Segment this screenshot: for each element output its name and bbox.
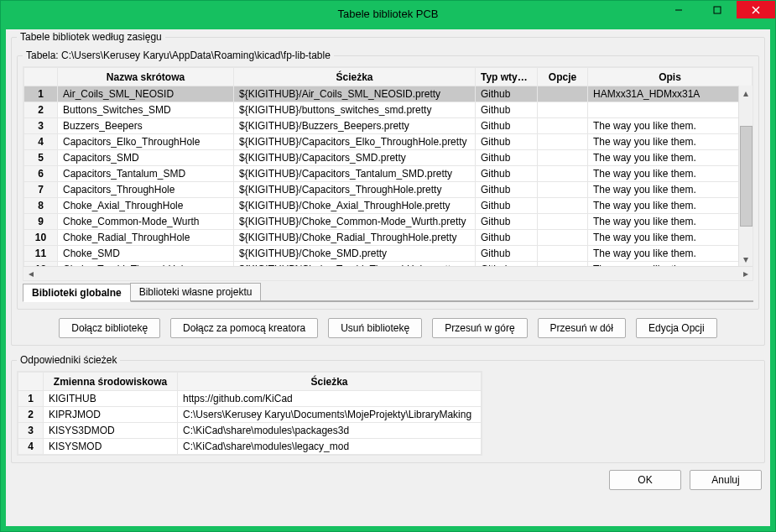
- table-row[interactable]: 2Buttons_Switches_SMD${KIGITHUB}/buttons…: [24, 102, 753, 118]
- cell-plugin[interactable]: Github: [476, 214, 538, 230]
- ok-button[interactable]: OK: [609, 470, 681, 490]
- tab-global[interactable]: Biblioteki globalne: [23, 284, 131, 302]
- cell-plugin[interactable]: Github: [476, 246, 538, 262]
- append-library-button[interactable]: Dołącz bibliotekę: [59, 318, 160, 338]
- cell-path[interactable]: ${KIGITHUB}/Buzzers_Beepers.pretty: [234, 118, 476, 134]
- cell-name[interactable]: Choke_Common-Mode_Wurth: [58, 214, 234, 230]
- cell-opts[interactable]: [538, 86, 588, 102]
- cell-opts[interactable]: [538, 150, 588, 166]
- cell-plugin[interactable]: Github: [476, 230, 538, 246]
- cell-path[interactable]: ${KIGITHUB}/buttons_switches_smd.pretty: [234, 102, 476, 118]
- table-row[interactable]: 10Choke_Radial_ThroughHole${KIGITHUB}/Ch…: [24, 230, 753, 246]
- cell-env-path[interactable]: C:\KiCad\share\modules\legacy_mod: [178, 439, 482, 455]
- cell-name[interactable]: Choke_Radial_ThroughHole: [58, 230, 234, 246]
- cell-plugin[interactable]: Github: [476, 86, 538, 102]
- cell-name[interactable]: Capacitors_SMD: [58, 150, 234, 166]
- cell-path[interactable]: ${KIGITHUB}/Choke_Axial_ThroughHole.pret…: [234, 198, 476, 214]
- cell-path[interactable]: ${KIGITHUB}/Capacitors_ThroughHole.prett…: [234, 182, 476, 198]
- env-header-var[interactable]: Zmienna środowiskowa: [44, 373, 178, 391]
- cell-desc[interactable]: The way you like them.: [588, 166, 753, 182]
- cell-path[interactable]: ${KIGITHUB}/Choke_Common-Mode_Wurth.pret…: [234, 214, 476, 230]
- header-name[interactable]: Nazwa skrótowa: [58, 68, 234, 86]
- cell-name[interactable]: Choke_Axial_ThroughHole: [58, 198, 234, 214]
- cell-env-path[interactable]: C:\Users\Kerusey Karyu\Documents\MojePro…: [178, 407, 482, 423]
- table-row[interactable]: 7Capacitors_ThroughHole${KIGITHUB}/Capac…: [24, 182, 753, 198]
- cell-name[interactable]: Capacitors_Tantalum_SMD: [58, 166, 234, 182]
- scroll-right-icon[interactable]: ▸: [738, 267, 753, 281]
- cell-opts[interactable]: [538, 182, 588, 198]
- table-row[interactable]: 1KIGITHUBhttps://github.com/KiCad: [18, 391, 482, 407]
- options-editor-button[interactable]: Edycja Opcji: [636, 318, 717, 338]
- table-row[interactable]: 3Buzzers_Beepers${KIGITHUB}/Buzzers_Beep…: [24, 118, 753, 134]
- cell-desc[interactable]: HAMxx31A_HDMxx31A: [588, 86, 753, 102]
- cell-desc[interactable]: The way you like them.: [588, 182, 753, 198]
- cell-name[interactable]: Buttons_Switches_SMD: [58, 102, 234, 118]
- cell-name[interactable]: Buzzers_Beepers: [58, 118, 234, 134]
- cell-opts[interactable]: [538, 214, 588, 230]
- cell-name[interactable]: Capacitors_Elko_ThroughHole: [58, 134, 234, 150]
- cell-opts[interactable]: [538, 246, 588, 262]
- tab-project[interactable]: Biblioteki własne projektu: [130, 283, 262, 301]
- table-row[interactable]: 3KISYS3DMODC:\KiCad\share\modules\packag…: [18, 423, 482, 439]
- cell-desc[interactable]: The way you like them.: [588, 230, 753, 246]
- append-wizard-button[interactable]: Dołącz za pomocą kreatora: [170, 318, 318, 338]
- table-row[interactable]: 11Choke_SMD${KIGITHUB}/Choke_SMD.prettyG…: [24, 246, 753, 262]
- cancel-button[interactable]: Anuluj: [690, 470, 762, 490]
- table-row[interactable]: 9Choke_Common-Mode_Wurth${KIGITHUB}/Chok…: [24, 214, 753, 230]
- cell-path[interactable]: ${KIGITHUB}/Capacitors_Tantalum_SMD.pret…: [234, 166, 476, 182]
- cell-plugin[interactable]: Github: [476, 118, 538, 134]
- cell-path[interactable]: ${KIGITHUB}/Air_Coils_SML_NEOSID.pretty: [234, 86, 476, 102]
- env-header-path[interactable]: Ścieżka: [178, 373, 482, 391]
- cell-path[interactable]: ${KIGITHUB}/Choke_Radial_ThroughHole.pre…: [234, 230, 476, 246]
- cell-opts[interactable]: [538, 230, 588, 246]
- scroll-up-icon[interactable]: ▴: [739, 86, 753, 100]
- move-down-button[interactable]: Przesuń w dół: [538, 318, 626, 338]
- hscroll-track[interactable]: [38, 267, 738, 280]
- horizontal-scrollbar[interactable]: ◂ ▸: [23, 266, 753, 280]
- remove-library-button[interactable]: Usuń bibliotekę: [328, 318, 422, 338]
- cell-desc[interactable]: The way you like them.: [588, 118, 753, 134]
- cell-name[interactable]: Capacitors_ThroughHole: [58, 182, 234, 198]
- cell-desc[interactable]: [588, 102, 753, 118]
- scroll-thumb[interactable]: [740, 126, 753, 227]
- cell-plugin[interactable]: Github: [476, 134, 538, 150]
- table-row[interactable]: 4KISYSMODC:\KiCad\share\modules\legacy_m…: [18, 439, 482, 455]
- cell-opts[interactable]: [538, 102, 588, 118]
- table-row[interactable]: 2KIPRJMODC:\Users\Kerusey Karyu\Document…: [18, 407, 482, 423]
- cell-env-path[interactable]: https://github.com/KiCad: [178, 391, 482, 407]
- scroll-left-icon[interactable]: ◂: [23, 267, 38, 281]
- cell-env-var[interactable]: KISYSMOD: [44, 439, 178, 455]
- cell-name[interactable]: Choke_SMD: [58, 246, 234, 262]
- table-row[interactable]: 5Capacitors_SMD${KIGITHUB}/Capacitors_SM…: [24, 150, 753, 166]
- cell-env-var[interactable]: KIPRJMOD: [44, 407, 178, 423]
- header-desc[interactable]: Opis: [588, 68, 753, 86]
- cell-desc[interactable]: The way you like them.: [588, 214, 753, 230]
- cell-name[interactable]: Air_Coils_SML_NEOSID: [58, 86, 234, 102]
- scroll-down-icon[interactable]: ▾: [739, 252, 753, 266]
- table-row[interactable]: 1Air_Coils_SML_NEOSID${KIGITHUB}/Air_Coi…: [24, 86, 753, 102]
- cell-opts[interactable]: [538, 118, 588, 134]
- cell-desc[interactable]: The way you like them.: [588, 246, 753, 262]
- cell-desc[interactable]: The way you like them.: [588, 134, 753, 150]
- cell-desc[interactable]: The way you like them.: [588, 198, 753, 214]
- maximize-button[interactable]: [698, 1, 737, 18]
- header-path[interactable]: Ścieżka: [234, 68, 476, 86]
- close-button[interactable]: [737, 1, 775, 18]
- cell-plugin[interactable]: Github: [476, 182, 538, 198]
- table-row[interactable]: 8Choke_Axial_ThroughHole${KIGITHUB}/Chok…: [24, 198, 753, 214]
- cell-opts[interactable]: [538, 134, 588, 150]
- cell-path[interactable]: ${KIGITHUB}/Capacitors_SMD.pretty: [234, 150, 476, 166]
- minimize-button[interactable]: [659, 1, 698, 18]
- cell-plugin[interactable]: Github: [476, 150, 538, 166]
- env-table[interactable]: Zmienna środowiskowa Ścieżka 1KIGITHUBht…: [18, 372, 482, 455]
- cell-path[interactable]: ${KIGITHUB}/Capacitors_Elko_ThroughHole.…: [234, 134, 476, 150]
- cell-opts[interactable]: [538, 166, 588, 182]
- cell-env-var[interactable]: KIGITHUB: [44, 391, 178, 407]
- cell-path[interactable]: ${KIGITHUB}/Choke_SMD.pretty: [234, 246, 476, 262]
- library-table[interactable]: Nazwa skrótowa Ścieżka Typ wtyczki Opcje…: [23, 67, 753, 278]
- cell-opts[interactable]: [538, 198, 588, 214]
- cell-desc[interactable]: The way you like them.: [588, 150, 753, 166]
- table-row[interactable]: 4Capacitors_Elko_ThroughHole${KIGITHUB}/…: [24, 134, 753, 150]
- header-opts[interactable]: Opcje: [538, 68, 588, 86]
- cell-plugin[interactable]: Github: [476, 166, 538, 182]
